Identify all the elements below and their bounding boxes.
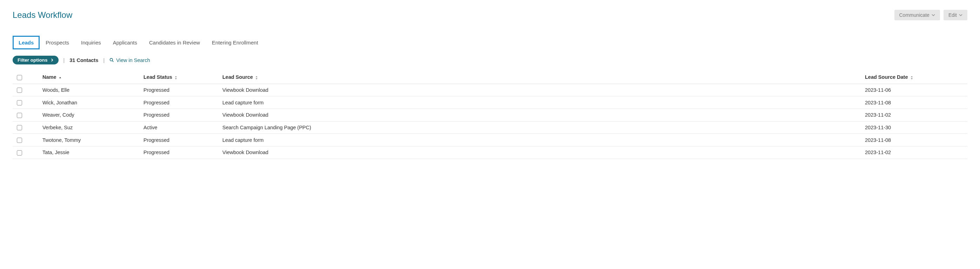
row-checkbox[interactable] bbox=[17, 113, 22, 118]
subbar: Filter options | 31 Contacts | View in S… bbox=[13, 56, 967, 65]
cell-status: Progressed bbox=[141, 109, 220, 122]
sort-icon bbox=[910, 76, 913, 80]
tab-leads[interactable]: Leads bbox=[13, 36, 40, 49]
cell-date: 2023-11-08 bbox=[862, 134, 967, 146]
cell-date: 2023-11-02 bbox=[862, 109, 967, 122]
row-checkbox[interactable] bbox=[17, 150, 22, 155]
sort-icon bbox=[255, 76, 258, 80]
cell-source: Lead capture form bbox=[220, 97, 862, 109]
row-checkbox[interactable] bbox=[17, 138, 22, 143]
page-title: Leads Workflow bbox=[13, 10, 72, 20]
tab-candidates-in-review[interactable]: Candidates in Review bbox=[143, 36, 206, 49]
tabs: LeadsProspectsInquiriesApplicantsCandida… bbox=[13, 36, 967, 49]
cell-name[interactable]: Woods, Elle bbox=[32, 84, 141, 97]
contact-count: 31 Contacts bbox=[70, 57, 98, 63]
column-date-label: Lead Source Date bbox=[865, 74, 908, 80]
cell-date: 2023-11-08 bbox=[862, 97, 967, 109]
communicate-label: Communicate bbox=[899, 12, 929, 18]
cell-name[interactable]: Wick, Jonathan bbox=[32, 97, 141, 109]
tab-prospects[interactable]: Prospects bbox=[40, 36, 75, 49]
cell-status: Progressed bbox=[141, 146, 220, 159]
chevron-down-icon bbox=[932, 13, 935, 17]
tab-inquiries[interactable]: Inquiries bbox=[75, 36, 107, 49]
edit-label: Edit bbox=[948, 12, 957, 18]
cell-name[interactable]: Weaver, Cody bbox=[32, 109, 141, 122]
table-row: Wick, JonathanProgressedLead capture for… bbox=[13, 97, 967, 109]
column-header-status[interactable]: Lead Status bbox=[141, 71, 220, 84]
column-source-label: Lead Source bbox=[223, 74, 253, 80]
column-name-label: Name bbox=[43, 74, 56, 80]
search-icon bbox=[110, 58, 114, 62]
filter-options-button[interactable]: Filter options bbox=[13, 56, 59, 65]
tab-applicants[interactable]: Applicants bbox=[107, 36, 143, 49]
sort-asc-icon bbox=[59, 76, 62, 79]
sort-icon bbox=[174, 76, 178, 80]
chevron-down-icon bbox=[959, 13, 963, 17]
filter-options-label: Filter options bbox=[18, 57, 48, 63]
cell-source: Viewbook Download bbox=[220, 84, 862, 97]
chevron-right-icon bbox=[51, 59, 54, 62]
table-row: Weaver, CodyProgressedViewbook Download2… bbox=[13, 109, 967, 122]
cell-date: 2023-11-02 bbox=[862, 146, 967, 159]
cell-name[interactable]: Verbeke, Suz bbox=[32, 121, 141, 134]
cell-source: Viewbook Download bbox=[220, 146, 862, 159]
cell-status: Progressed bbox=[141, 134, 220, 146]
row-checkbox[interactable] bbox=[17, 125, 22, 130]
row-checkbox[interactable] bbox=[17, 100, 22, 105]
divider: | bbox=[64, 57, 65, 63]
cell-name[interactable]: Tata, Jessie bbox=[32, 146, 141, 159]
cell-date: 2023-11-30 bbox=[862, 121, 967, 134]
cell-source: Viewbook Download bbox=[220, 109, 862, 122]
select-all-checkbox[interactable] bbox=[17, 75, 22, 80]
cell-source: Lead capture form bbox=[220, 134, 862, 146]
column-header-name[interactable]: Name bbox=[32, 71, 141, 84]
cell-source: Search Campaign Landing Page (PPC) bbox=[220, 121, 862, 134]
svg-line-1 bbox=[112, 60, 113, 62]
cell-name[interactable]: Twotone, Tommy bbox=[32, 134, 141, 146]
header-actions: Communicate Edit bbox=[894, 10, 968, 20]
column-header-date[interactable]: Lead Source Date bbox=[862, 71, 967, 84]
cell-status: Active bbox=[141, 121, 220, 134]
cell-status: Progressed bbox=[141, 97, 220, 109]
edit-button[interactable]: Edit bbox=[943, 10, 967, 20]
svg-point-0 bbox=[110, 59, 113, 61]
cell-date: 2023-11-06 bbox=[862, 84, 967, 97]
table-row: Twotone, TommyProgressedLead capture for… bbox=[13, 134, 967, 146]
table-row: Tata, JessieProgressedViewbook Download2… bbox=[13, 146, 967, 159]
cell-status: Progressed bbox=[141, 84, 220, 97]
leads-table: Name Lead Status Lead Source bbox=[13, 71, 967, 159]
view-in-search-link[interactable]: View in Search bbox=[110, 57, 150, 63]
tab-entering-enrollment[interactable]: Entering Enrollment bbox=[206, 36, 264, 49]
table-row: Verbeke, SuzActiveSearch Campaign Landin… bbox=[13, 121, 967, 134]
communicate-button[interactable]: Communicate bbox=[894, 10, 940, 20]
column-header-source[interactable]: Lead Source bbox=[220, 71, 862, 84]
row-checkbox[interactable] bbox=[17, 87, 22, 93]
column-status-label: Lead Status bbox=[143, 74, 172, 80]
divider: | bbox=[103, 57, 105, 63]
view-in-search-label: View in Search bbox=[116, 57, 150, 63]
table-row: Woods, ElleProgressedViewbook Download20… bbox=[13, 84, 967, 97]
